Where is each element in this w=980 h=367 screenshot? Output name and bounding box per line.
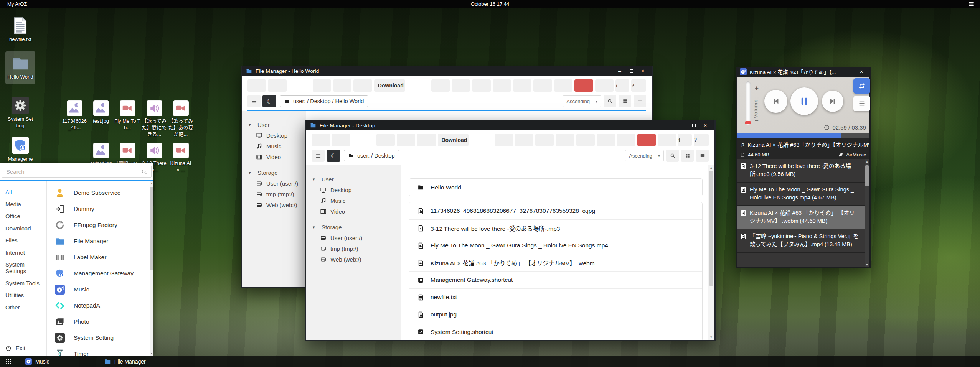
app-timer[interactable]: Timer xyxy=(47,346,153,356)
scroll-down-icon[interactable]: ▼ xyxy=(708,336,714,339)
sidebar-item-desktop[interactable]: Desktop xyxy=(242,130,306,141)
file-row-117346026-jpg[interactable]: 117346026_4968186883206677_3276783077635… xyxy=(409,202,702,220)
file-row-newfile-txt[interactable]: newfile.txt xyxy=(409,289,702,306)
help-button[interactable]: ? xyxy=(631,79,646,92)
category-media[interactable]: Media xyxy=(0,198,46,211)
cut-button[interactable] xyxy=(472,79,490,92)
sidebar-item-tmp-drive[interactable]: tmp (tmp:/) xyxy=(242,189,306,199)
sidebar-item-web-drive[interactable]: Web (web:/) xyxy=(306,254,401,265)
file-row-fly-me-mp4[interactable]: Fly Me To The Moon _ Gawr Gura Sings _ H… xyxy=(409,237,702,254)
progress-bar[interactable] xyxy=(737,133,869,138)
playlist-item-kizuna[interactable]: Kizuna AI × 花譜 #63 「かりそめ」 【オリジナルMV】 .web… xyxy=(737,206,869,229)
app-photo[interactable]: Photo xyxy=(47,314,153,330)
taskbar-item-file-manager[interactable]: File Manager xyxy=(104,356,146,367)
app-grid-icon[interactable] xyxy=(5,358,12,365)
volume-slider[interactable] xyxy=(746,81,751,125)
title-bar[interactable]: File Manager - Desktop – × xyxy=(306,120,714,130)
sidebar-item-user-drive[interactable]: User (user:/) xyxy=(306,232,401,243)
up-button[interactable] xyxy=(268,79,286,92)
file-row-hello-world[interactable]: Hello World xyxy=(409,179,702,196)
exit-button[interactable]: Exit xyxy=(5,345,25,351)
title-bar[interactable]: File Manager - Hello World – × xyxy=(242,66,652,76)
info-button[interactable]: i xyxy=(678,134,692,146)
search-button[interactable] xyxy=(666,150,679,162)
taskbar-item-music[interactable]: Music xyxy=(25,356,49,367)
sidebar-section-user[interactable]: ▾ User xyxy=(306,174,401,184)
search-button[interactable] xyxy=(604,95,616,107)
rename-button[interactable] xyxy=(554,79,572,92)
upload-button[interactable] xyxy=(533,79,552,92)
file-row-3-12-there-mp3[interactable]: 3-12 There will be love there -愛のある場所-.m… xyxy=(409,220,702,237)
scrollbar-thumb[interactable] xyxy=(865,165,869,186)
previous-track-button[interactable] xyxy=(764,90,787,113)
minimize-button[interactable]: – xyxy=(615,67,625,75)
app-ffmpeg-factory[interactable]: FFmpeg Factory xyxy=(47,217,153,233)
new-folder-button[interactable] xyxy=(513,79,531,92)
open-button[interactable] xyxy=(313,79,331,92)
list-view-button[interactable] xyxy=(634,95,646,107)
grid-view-button[interactable] xyxy=(619,95,631,107)
file-row-management-gateway[interactable]: Management Gateway.shortcut xyxy=(409,272,702,289)
up-button[interactable] xyxy=(332,134,350,146)
desktop-icon-system-setting[interactable]: System Set ting xyxy=(5,97,36,129)
scrollbar[interactable]: ▲ ▼ xyxy=(708,165,714,340)
refresh-button[interactable] xyxy=(595,79,614,92)
sidebar-section-storage[interactable]: ▾ Storage xyxy=(306,222,401,232)
sidebar-item-tmp-drive[interactable]: tmp (tmp:/) xyxy=(306,243,401,254)
category-internet[interactable]: Internet xyxy=(0,247,46,259)
maximize-button[interactable] xyxy=(689,121,699,130)
copy-button[interactable] xyxy=(431,79,450,92)
playlist-scrollbar[interactable]: ▲ ▼ xyxy=(865,159,869,267)
upload-button[interactable] xyxy=(597,134,615,146)
back-button[interactable] xyxy=(247,79,266,92)
scrollbar-thumb[interactable] xyxy=(150,187,153,270)
copy-button[interactable] xyxy=(495,134,513,146)
rename-button[interactable] xyxy=(617,134,635,146)
sidebar-item-music[interactable]: Music xyxy=(242,141,306,151)
sidebar-item-video[interactable]: Video xyxy=(306,206,401,217)
close-button[interactable]: × xyxy=(856,67,866,76)
new-file-button[interactable] xyxy=(556,134,574,146)
app-dummy[interactable]: Dummy xyxy=(47,201,153,217)
breadcrumb[interactable]: user: / Desktop / Hello World xyxy=(280,95,368,107)
minimize-button[interactable]: – xyxy=(677,121,687,130)
minimize-button[interactable]: – xyxy=(845,67,855,76)
repeat-button[interactable] xyxy=(853,78,870,94)
category-all[interactable]: All xyxy=(0,186,46,198)
category-download[interactable]: Download xyxy=(0,222,46,235)
sidebar-item-web-drive[interactable]: Web (web:/) xyxy=(242,199,306,210)
sort-dropdown[interactable]: Ascending ▾ xyxy=(625,150,664,161)
sidebar-section-user[interactable]: ▾ User xyxy=(242,119,306,130)
playlist-toggle-button[interactable] xyxy=(853,96,870,111)
category-utilities[interactable]: Utilities xyxy=(0,289,46,301)
desktop-icon-fly-me-to-the-moon[interactable]: Fly Me To T h... xyxy=(112,100,143,131)
scrollbar-thumb[interactable] xyxy=(709,171,713,286)
help-button[interactable]: ? xyxy=(694,134,709,146)
category-system-settings[interactable]: System Settings xyxy=(0,258,46,277)
paste-button[interactable] xyxy=(515,134,533,146)
new-file-button[interactable] xyxy=(493,79,511,92)
sidebar-item-user-drive[interactable]: User (user:/) xyxy=(242,178,306,189)
open-in-new-button[interactable] xyxy=(397,134,415,146)
scroll-down-icon[interactable]: ▼ xyxy=(865,263,869,267)
scroll-up-icon[interactable]: ▲ xyxy=(865,160,869,163)
desktop-icon-hello-world[interactable]: Hello World xyxy=(5,51,35,84)
app-management-gateway[interactable]: Management Gateway xyxy=(47,265,153,281)
search-box[interactable] xyxy=(2,166,152,178)
sidebar-item-video[interactable]: Video xyxy=(242,151,306,162)
theme-toggle-button[interactable]: ☾ xyxy=(327,150,340,162)
desktop-icon-kizuna-ai[interactable]: Kizuna AI × ... xyxy=(165,143,196,173)
search-input[interactable] xyxy=(6,168,138,175)
file-row-kizuna-webm[interactable]: Kizuna AI × 花譜 #63 「かりそめ」 【オリジナルMV】 .web… xyxy=(409,254,702,272)
open-button[interactable] xyxy=(376,134,395,146)
close-button[interactable]: × xyxy=(700,121,710,130)
scroll-down-icon[interactable]: ▼ xyxy=(150,352,153,355)
new-folder-button[interactable] xyxy=(576,134,595,146)
open-in-new-button[interactable] xyxy=(333,79,351,92)
breadcrumb[interactable]: user: / Desktop xyxy=(344,150,399,161)
app-file-manager[interactable]: File Manager xyxy=(47,233,153,249)
desktop-icon-117346026-jpg[interactable]: 117346026 _49... xyxy=(59,100,90,131)
refresh-button[interactable] xyxy=(658,134,676,146)
app-system-setting[interactable]: System Setting xyxy=(47,330,153,346)
cut-button[interactable] xyxy=(535,134,554,146)
